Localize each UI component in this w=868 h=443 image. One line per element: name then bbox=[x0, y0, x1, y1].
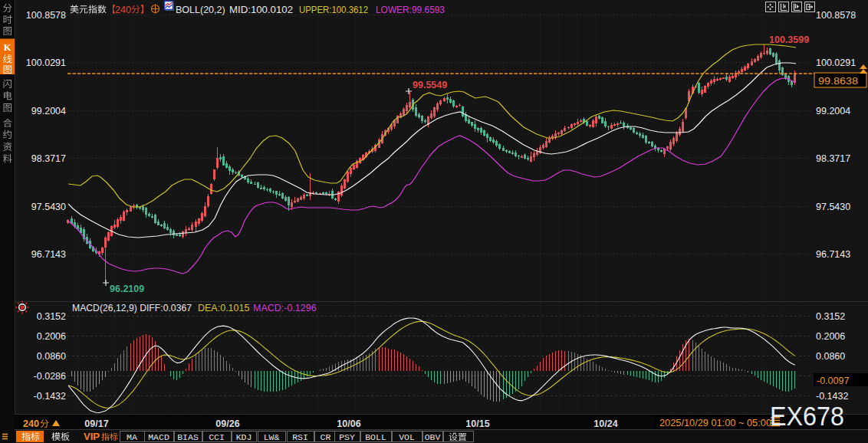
svg-text:240: 240 bbox=[115, 5, 131, 15]
svg-text:K: K bbox=[4, 42, 12, 53]
svg-text:240: 240 bbox=[23, 418, 39, 429]
svg-text:DEA:0.1015: DEA:0.1015 bbox=[198, 303, 249, 313]
svg-text:0.3152: 0.3152 bbox=[816, 311, 845, 322]
svg-text:LW&: LW& bbox=[264, 432, 280, 442]
svg-text:100.8578: 100.8578 bbox=[816, 10, 856, 21]
svg-text:0.0860: 0.0860 bbox=[816, 351, 845, 362]
svg-text:OBV: OBV bbox=[425, 432, 441, 442]
svg-text:100.0291: 100.0291 bbox=[26, 57, 66, 68]
svg-text:99.8638: 99.8638 bbox=[818, 75, 858, 87]
svg-text:99.2004: 99.2004 bbox=[816, 106, 850, 116]
svg-text:BIAS: BIAS bbox=[177, 432, 199, 442]
svg-text:100.8578: 100.8578 bbox=[26, 10, 66, 21]
svg-text:KDJ: KDJ bbox=[236, 432, 252, 442]
svg-text:99.2004: 99.2004 bbox=[31, 106, 66, 116]
svg-text:UPPER:100.3612: UPPER:100.3612 bbox=[299, 5, 368, 15]
svg-text:BOLL: BOLL bbox=[365, 432, 386, 442]
svg-text:LOWER:99.6593: LOWER:99.6593 bbox=[376, 5, 445, 15]
svg-text:96.7143: 96.7143 bbox=[31, 249, 66, 260]
svg-text:-0.0097: -0.0097 bbox=[817, 376, 849, 386]
svg-text:10/24: 10/24 bbox=[593, 418, 617, 429]
svg-text:BOLL(20,2): BOLL(20,2) bbox=[176, 5, 225, 15]
svg-text:CCI: CCI bbox=[209, 432, 225, 442]
svg-text:RSI: RSI bbox=[292, 432, 308, 442]
svg-text:97.5430: 97.5430 bbox=[31, 202, 66, 212]
svg-text:MA: MA bbox=[127, 432, 137, 442]
svg-text:EX678: EX678 bbox=[770, 401, 844, 431]
svg-text:MACD:-0.1296: MACD:-0.1296 bbox=[253, 303, 317, 313]
svg-text:-0.1432: -0.1432 bbox=[34, 391, 66, 402]
svg-text:0.2006: 0.2006 bbox=[816, 331, 845, 342]
svg-text:VOL: VOL bbox=[399, 432, 415, 442]
svg-text:PSY: PSY bbox=[339, 432, 355, 442]
svg-text:VIP: VIP bbox=[84, 432, 100, 442]
svg-text:96.7143: 96.7143 bbox=[816, 249, 850, 260]
svg-text:100.3599: 100.3599 bbox=[769, 34, 809, 45]
svg-text:09/26: 09/26 bbox=[215, 418, 239, 429]
svg-text:MACD(26,12,9) DIFF:0.0367: MACD(26,12,9) DIFF:0.0367 bbox=[72, 303, 192, 313]
svg-text:-0.1432: -0.1432 bbox=[816, 391, 848, 402]
svg-text:10/15: 10/15 bbox=[465, 418, 489, 429]
svg-text:0.0860: 0.0860 bbox=[37, 351, 66, 362]
svg-text:0.2006: 0.2006 bbox=[37, 331, 66, 342]
svg-text:MID:100.0102: MID:100.0102 bbox=[229, 5, 293, 15]
svg-text:MACD: MACD bbox=[148, 432, 169, 442]
svg-text:98.3717: 98.3717 bbox=[31, 153, 66, 164]
svg-text:96.2109: 96.2109 bbox=[110, 284, 144, 294]
svg-text:09/17: 09/17 bbox=[84, 418, 108, 429]
svg-text:97.5430: 97.5430 bbox=[816, 202, 850, 212]
svg-text:2025/10/29 01:00 ~ 05:00: 2025/10/29 01:00 ~ 05:00 bbox=[659, 418, 771, 428]
svg-text:-0.0286: -0.0286 bbox=[34, 371, 66, 382]
svg-text:10/06: 10/06 bbox=[337, 418, 360, 429]
svg-text:CR: CR bbox=[321, 432, 331, 442]
svg-text:98.3717: 98.3717 bbox=[816, 153, 850, 164]
svg-text:99.5549: 99.5549 bbox=[413, 80, 447, 90]
svg-text:100.0291: 100.0291 bbox=[816, 57, 856, 68]
svg-text:0.3152: 0.3152 bbox=[37, 311, 66, 322]
